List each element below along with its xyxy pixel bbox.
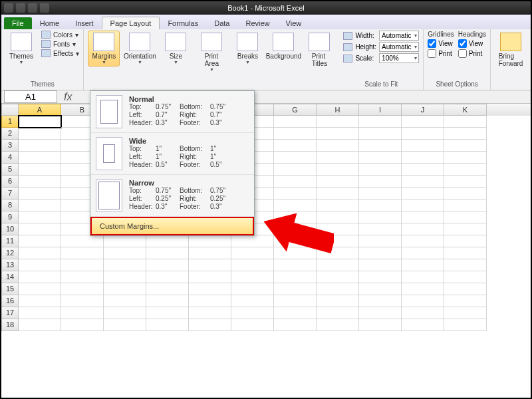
cell[interactable] [444,176,487,188]
row-header[interactable]: 7 [1,188,19,200]
cell[interactable] [189,271,231,283]
cell[interactable] [402,283,444,295]
row-header[interactable]: 12 [1,247,19,259]
cell[interactable] [189,295,231,307]
cell[interactable] [104,247,146,259]
cell[interactable] [61,247,104,259]
cell[interactable] [274,152,317,164]
width-combo[interactable]: Automatic [379,31,419,41]
cell[interactable] [274,176,317,188]
cell[interactable] [104,259,146,271]
cell[interactable] [317,152,359,164]
cell[interactable] [104,271,146,283]
cell[interactable] [189,259,231,271]
cell[interactable] [359,223,402,235]
background-button[interactable]: Background [267,31,299,62]
cell[interactable] [146,235,189,247]
cell[interactable] [146,295,189,307]
tab-file[interactable]: File [4,17,32,29]
cell[interactable] [402,211,444,223]
cell[interactable] [444,211,487,223]
cell[interactable] [444,259,487,271]
breaks-button[interactable]: Breaks ▼ [231,31,263,66]
cell[interactable] [19,271,61,283]
cell[interactable] [402,271,444,283]
cell[interactable] [402,319,444,331]
effects-button[interactable]: Effects ▾ [41,49,79,57]
cell[interactable] [402,307,444,319]
cell[interactable] [444,247,487,259]
cell[interactable] [231,295,274,307]
cell[interactable] [402,235,444,247]
cell[interactable] [19,140,61,152]
cell[interactable] [146,247,189,259]
cell[interactable] [444,152,487,164]
select-all-box[interactable] [1,104,19,116]
cell[interactable] [274,188,317,200]
cell[interactable] [359,140,402,152]
row-header[interactable]: 10 [1,223,19,235]
cell[interactable] [61,295,104,307]
row-header[interactable]: 3 [1,140,19,152]
cell[interactable] [19,116,61,128]
cell[interactable] [104,319,146,331]
cell[interactable] [19,200,61,211]
size-button[interactable]: Size ▼ [160,31,192,66]
cell[interactable] [359,307,402,319]
tab-data[interactable]: Data [206,17,237,29]
row-header[interactable]: 18 [1,319,19,331]
cell[interactable] [444,140,487,152]
row-header[interactable]: 11 [1,235,19,247]
cell[interactable] [402,140,444,152]
row-header[interactable]: 9 [1,211,19,223]
cell[interactable] [231,283,274,295]
cell[interactable] [402,247,444,259]
cell[interactable] [317,307,359,319]
tab-home[interactable]: Home [32,17,67,29]
cell[interactable] [444,235,487,247]
row-header[interactable]: 16 [1,295,19,307]
cell[interactable] [317,116,359,128]
margins-option-normal[interactable]: Normal Top:0.75"Bottom:0.75" Left:0.7"Ri… [90,91,254,133]
column-header[interactable]: H [317,104,359,116]
cell[interactable] [19,188,61,200]
cell[interactable] [444,319,487,331]
redo-icon[interactable] [40,3,49,13]
cell[interactable] [274,295,317,307]
cell[interactable] [19,259,61,271]
row-header[interactable]: 14 [1,271,19,283]
cell[interactable] [19,164,61,176]
cell[interactable] [231,319,274,331]
cell[interactable] [402,223,444,235]
cell[interactable] [359,164,402,176]
cell[interactable] [104,295,146,307]
row-header[interactable]: 1 [1,116,19,128]
cell[interactable] [19,235,61,247]
row-header[interactable]: 8 [1,200,19,211]
cell[interactable] [444,271,487,283]
cell[interactable] [402,152,444,164]
cell[interactable] [104,307,146,319]
cell[interactable] [61,271,104,283]
cell[interactable] [317,128,359,140]
cell[interactable] [444,200,487,211]
custom-margins-button[interactable]: Custom Margins... [90,217,254,235]
cell[interactable] [19,295,61,307]
cell[interactable] [274,307,317,319]
cell[interactable] [19,319,61,331]
row-header[interactable]: 17 [1,307,19,319]
cell[interactable] [402,116,444,128]
headings-print-checkbox[interactable]: Print [458,49,486,58]
cell[interactable] [402,259,444,271]
column-header[interactable]: A [19,104,61,116]
cell[interactable] [19,307,61,319]
cell[interactable] [104,283,146,295]
cell[interactable] [61,307,104,319]
row-header[interactable]: 5 [1,164,19,176]
colors-button[interactable]: Colors ▾ [41,31,79,39]
cell[interactable] [274,140,317,152]
row-header[interactable]: 6 [1,176,19,188]
tab-review[interactable]: Review [237,17,277,29]
bring-forward-button[interactable]: Bring Forward [495,31,527,69]
cell[interactable] [444,283,487,295]
